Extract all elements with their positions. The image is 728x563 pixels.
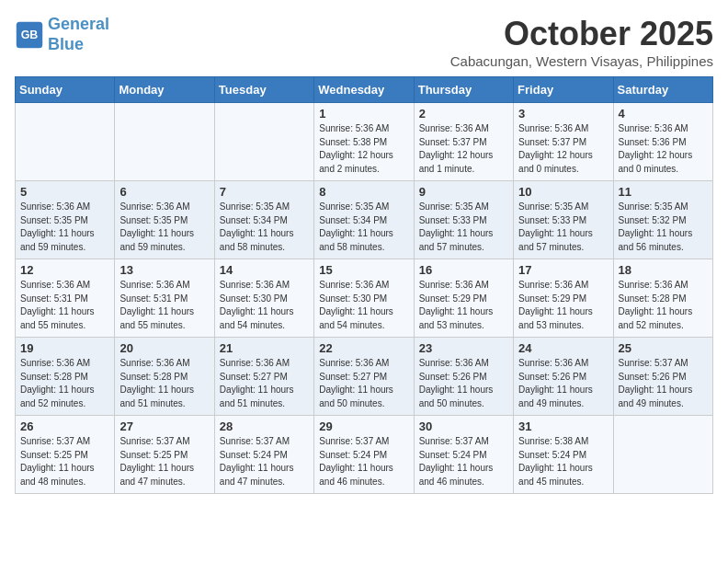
weekday-header-cell: Saturday	[613, 77, 712, 103]
day-number: 26	[20, 419, 109, 433]
header: GB General Blue October 2025 Cabacungan,…	[15, 15, 713, 69]
day-info: Sunrise: 5:37 AM Sunset: 5:24 PM Dayligh…	[319, 435, 408, 488]
weekday-header-cell: Thursday	[414, 77, 513, 103]
calendar-cell: 29Sunrise: 5:37 AM Sunset: 5:24 PM Dayli…	[314, 416, 414, 494]
weekday-header-row: SundayMondayTuesdayWednesdayThursdayFrid…	[16, 77, 713, 103]
calendar-cell: 20Sunrise: 5:36 AM Sunset: 5:28 PM Dayli…	[115, 338, 214, 416]
calendar-cell: 24Sunrise: 5:36 AM Sunset: 5:26 PM Dayli…	[514, 338, 613, 416]
logo-text: General Blue	[48, 15, 109, 54]
svg-text:GB: GB	[21, 28, 39, 40]
day-number: 19	[20, 341, 109, 355]
day-info: Sunrise: 5:35 AM Sunset: 5:32 PM Dayligh…	[619, 201, 708, 254]
calendar-cell: 2Sunrise: 5:36 AM Sunset: 5:37 PM Daylig…	[414, 103, 513, 181]
day-info: Sunrise: 5:36 AM Sunset: 5:28 PM Dayligh…	[20, 357, 109, 410]
day-info: Sunrise: 5:36 AM Sunset: 5:37 PM Dayligh…	[419, 122, 508, 176]
day-info: Sunrise: 5:35 AM Sunset: 5:34 PM Dayligh…	[319, 201, 408, 254]
day-number: 6	[119, 185, 209, 199]
calendar-cell: 15Sunrise: 5:36 AM Sunset: 5:30 PM Dayli…	[314, 259, 414, 338]
calendar-cell: 11Sunrise: 5:35 AM Sunset: 5:32 PM Dayli…	[613, 181, 712, 259]
weekday-header-cell: Monday	[115, 77, 214, 103]
day-number: 31	[518, 419, 608, 433]
calendar-cell: 12Sunrise: 5:36 AM Sunset: 5:31 PM Dayli…	[16, 259, 115, 338]
day-number: 14	[220, 263, 309, 277]
calendar-cell: 16Sunrise: 5:36 AM Sunset: 5:29 PM Dayli…	[414, 259, 513, 338]
calendar-week-row: 26Sunrise: 5:37 AM Sunset: 5:25 PM Dayli…	[16, 416, 713, 494]
calendar-week-row: 19Sunrise: 5:36 AM Sunset: 5:28 PM Dayli…	[16, 338, 713, 416]
day-number: 4	[619, 107, 708, 121]
day-number: 23	[419, 341, 508, 355]
day-info: Sunrise: 5:35 AM Sunset: 5:33 PM Dayligh…	[419, 201, 508, 254]
day-number: 21	[220, 341, 309, 355]
calendar-cell	[214, 103, 313, 181]
calendar-week-row: 12Sunrise: 5:36 AM Sunset: 5:31 PM Dayli…	[16, 259, 713, 338]
calendar-cell: 7Sunrise: 5:35 AM Sunset: 5:34 PM Daylig…	[214, 181, 313, 259]
logo-icon: GB	[15, 20, 44, 50]
day-info: Sunrise: 5:36 AM Sunset: 5:29 PM Dayligh…	[518, 279, 608, 332]
day-number: 5	[20, 185, 109, 199]
day-info: Sunrise: 5:35 AM Sunset: 5:34 PM Dayligh…	[220, 201, 309, 254]
calendar-cell: 22Sunrise: 5:36 AM Sunset: 5:27 PM Dayli…	[314, 338, 414, 416]
calendar-cell: 26Sunrise: 5:37 AM Sunset: 5:25 PM Dayli…	[16, 416, 115, 494]
day-number: 20	[119, 341, 209, 355]
calendar-cell: 8Sunrise: 5:35 AM Sunset: 5:34 PM Daylig…	[314, 181, 414, 259]
calendar-cell: 14Sunrise: 5:36 AM Sunset: 5:30 PM Dayli…	[214, 259, 313, 338]
day-info: Sunrise: 5:37 AM Sunset: 5:25 PM Dayligh…	[119, 435, 209, 488]
weekday-header-cell: Tuesday	[214, 77, 313, 103]
day-number: 24	[518, 341, 608, 355]
calendar-cell: 1Sunrise: 5:36 AM Sunset: 5:38 PM Daylig…	[314, 103, 414, 181]
day-number: 27	[119, 419, 209, 433]
day-number: 9	[419, 185, 508, 199]
day-number: 1	[319, 107, 408, 121]
day-info: Sunrise: 5:36 AM Sunset: 5:26 PM Dayligh…	[419, 357, 508, 410]
day-info: Sunrise: 5:36 AM Sunset: 5:37 PM Dayligh…	[518, 122, 608, 176]
calendar-cell: 19Sunrise: 5:36 AM Sunset: 5:28 PM Dayli…	[16, 338, 115, 416]
logo: GB General Blue	[15, 15, 109, 54]
day-number: 16	[419, 263, 508, 277]
day-number: 22	[319, 341, 408, 355]
calendar-cell: 4Sunrise: 5:36 AM Sunset: 5:36 PM Daylig…	[613, 103, 712, 181]
day-info: Sunrise: 5:37 AM Sunset: 5:25 PM Dayligh…	[20, 435, 109, 488]
calendar-cell: 27Sunrise: 5:37 AM Sunset: 5:25 PM Dayli…	[115, 416, 214, 494]
day-number: 2	[419, 107, 508, 121]
calendar-body: 1Sunrise: 5:36 AM Sunset: 5:38 PM Daylig…	[16, 103, 713, 494]
calendar-cell: 10Sunrise: 5:35 AM Sunset: 5:33 PM Dayli…	[514, 181, 613, 259]
day-info: Sunrise: 5:36 AM Sunset: 5:31 PM Dayligh…	[119, 279, 209, 332]
day-info: Sunrise: 5:36 AM Sunset: 5:27 PM Dayligh…	[220, 357, 309, 410]
calendar-cell: 6Sunrise: 5:36 AM Sunset: 5:35 PM Daylig…	[115, 181, 214, 259]
calendar-cell: 31Sunrise: 5:38 AM Sunset: 5:24 PM Dayli…	[514, 416, 613, 494]
month-year: October 2025	[450, 15, 713, 53]
calendar-table: SundayMondayTuesdayWednesdayThursdayFrid…	[15, 76, 713, 494]
calendar-cell	[115, 103, 214, 181]
day-number: 30	[419, 419, 508, 433]
day-number: 13	[119, 263, 209, 277]
day-number: 12	[20, 263, 109, 277]
day-info: Sunrise: 5:36 AM Sunset: 5:28 PM Dayligh…	[119, 357, 209, 410]
day-number: 18	[619, 263, 708, 277]
day-number: 17	[518, 263, 608, 277]
calendar-cell	[613, 416, 712, 494]
weekday-header-cell: Sunday	[16, 77, 115, 103]
day-info: Sunrise: 5:36 AM Sunset: 5:30 PM Dayligh…	[220, 279, 309, 332]
weekday-header-cell: Wednesday	[314, 77, 414, 103]
day-info: Sunrise: 5:36 AM Sunset: 5:36 PM Dayligh…	[619, 122, 708, 176]
calendar-week-row: 1Sunrise: 5:36 AM Sunset: 5:38 PM Daylig…	[16, 103, 713, 181]
weekday-header-cell: Friday	[514, 77, 613, 103]
day-info: Sunrise: 5:37 AM Sunset: 5:24 PM Dayligh…	[419, 435, 508, 488]
day-number: 28	[220, 419, 309, 433]
calendar-cell: 30Sunrise: 5:37 AM Sunset: 5:24 PM Dayli…	[414, 416, 513, 494]
calendar-cell: 28Sunrise: 5:37 AM Sunset: 5:24 PM Dayli…	[214, 416, 313, 494]
day-info: Sunrise: 5:36 AM Sunset: 5:28 PM Dayligh…	[619, 279, 708, 332]
day-number: 3	[518, 107, 608, 121]
day-info: Sunrise: 5:36 AM Sunset: 5:31 PM Dayligh…	[20, 279, 109, 332]
calendar-cell: 21Sunrise: 5:36 AM Sunset: 5:27 PM Dayli…	[214, 338, 313, 416]
title-block: October 2025 Cabacungan, Western Visayas…	[450, 15, 713, 69]
day-number: 8	[319, 185, 408, 199]
day-info: Sunrise: 5:35 AM Sunset: 5:33 PM Dayligh…	[518, 201, 608, 254]
calendar-cell: 13Sunrise: 5:36 AM Sunset: 5:31 PM Dayli…	[115, 259, 214, 338]
day-info: Sunrise: 5:36 AM Sunset: 5:26 PM Dayligh…	[518, 357, 608, 410]
calendar-cell: 23Sunrise: 5:36 AM Sunset: 5:26 PM Dayli…	[414, 338, 513, 416]
calendar-week-row: 5Sunrise: 5:36 AM Sunset: 5:35 PM Daylig…	[16, 181, 713, 259]
day-info: Sunrise: 5:36 AM Sunset: 5:35 PM Dayligh…	[119, 201, 209, 254]
day-number: 15	[319, 263, 408, 277]
day-info: Sunrise: 5:36 AM Sunset: 5:29 PM Dayligh…	[419, 279, 508, 332]
